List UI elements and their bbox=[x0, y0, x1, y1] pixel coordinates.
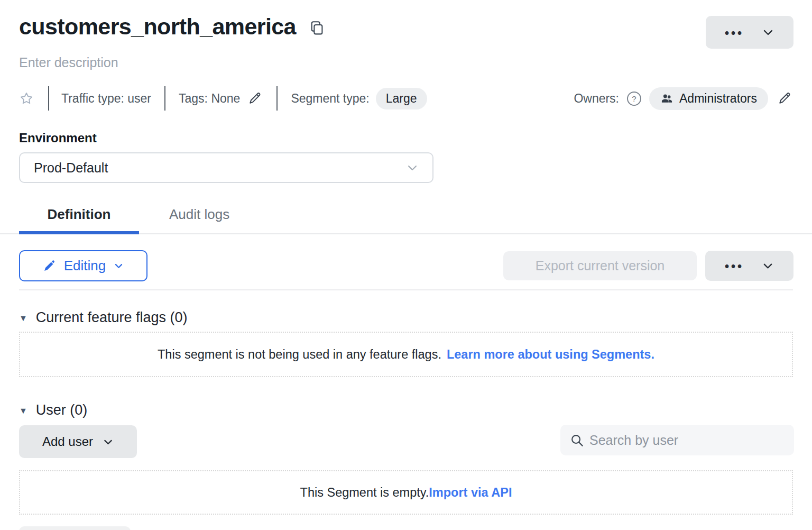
chevron-down-icon bbox=[103, 436, 114, 447]
environment-label: Environment bbox=[19, 131, 97, 145]
divider bbox=[276, 86, 278, 111]
favorite-button[interactable] bbox=[19, 91, 34, 106]
page-header: customers_north_america bbox=[19, 14, 325, 40]
export-version-button[interactable]: Export current version bbox=[503, 251, 697, 280]
add-user-button[interactable]: Add user bbox=[19, 425, 137, 458]
segment-detail-page: customers_north_america Enter descriptio… bbox=[0, 0, 812, 530]
editing-label: Editing bbox=[64, 258, 106, 274]
cutoff-bottom-button[interactable] bbox=[19, 526, 131, 530]
tab-audit-logs[interactable]: Audit logs bbox=[169, 206, 229, 223]
user-empty-state: This Segment is empty. Import via API bbox=[19, 470, 793, 515]
tags-label: Tags: None bbox=[179, 92, 240, 106]
description-placeholder[interactable]: Enter description bbox=[19, 55, 118, 70]
traffic-type-label: Traffic type: user bbox=[61, 92, 151, 106]
user-heading: User (0) bbox=[36, 402, 88, 418]
copy-icon bbox=[309, 21, 324, 36]
tab-definition[interactable]: Definition bbox=[19, 206, 139, 223]
environment-value: Prod-Default bbox=[34, 160, 406, 176]
import-via-api-link[interactable]: Import via API bbox=[429, 486, 512, 500]
owners-badge[interactable]: Administrators bbox=[649, 87, 768, 110]
page-title: customers_north_america bbox=[19, 14, 296, 40]
pencil-icon bbox=[247, 91, 262, 106]
owners-value: Administrators bbox=[679, 92, 757, 106]
edit-owners-button[interactable] bbox=[776, 90, 793, 107]
toolbar-more-button[interactable]: ••• bbox=[705, 251, 793, 281]
ellipsis-icon: ••• bbox=[725, 259, 744, 273]
feature-flags-empty-state: This segment is not being used in any fe… bbox=[19, 332, 793, 377]
chevron-down-icon bbox=[114, 261, 124, 271]
pencil-icon bbox=[777, 91, 792, 106]
chevron-down-icon bbox=[406, 161, 419, 174]
search-by-user-input[interactable] bbox=[589, 433, 785, 448]
user-section-header[interactable]: ▼ User (0) bbox=[19, 402, 87, 418]
collapse-caret-icon: ▼ bbox=[19, 313, 27, 323]
editing-mode-button[interactable]: Editing bbox=[19, 250, 147, 281]
star-icon bbox=[19, 91, 34, 106]
divider bbox=[164, 86, 165, 111]
feature-flags-section-header[interactable]: ▼ Current feature flags (0) bbox=[19, 309, 187, 326]
pencil-icon bbox=[43, 259, 56, 272]
environment-select[interactable]: Prod-Default bbox=[19, 152, 433, 183]
add-user-label: Add user bbox=[42, 434, 93, 449]
collapse-caret-icon: ▼ bbox=[19, 405, 27, 415]
feature-flags-empty-text: This segment is not being used in any fe… bbox=[158, 348, 441, 362]
search-icon bbox=[570, 433, 584, 447]
learn-more-link[interactable]: Learn more about using Segments. bbox=[447, 348, 654, 362]
segment-empty-text: This Segment is empty. bbox=[300, 486, 429, 500]
chevron-down-icon bbox=[762, 26, 774, 39]
meta-bar: Traffic type: user Tags: None Segment ty… bbox=[19, 86, 793, 111]
header-more-button[interactable]: ••• bbox=[706, 16, 793, 49]
owners-group: Owners: ? Administrators bbox=[574, 87, 793, 110]
feature-flags-heading: Current feature flags (0) bbox=[36, 309, 188, 326]
chevron-down-icon bbox=[762, 260, 774, 272]
ellipsis-icon: ••• bbox=[725, 25, 744, 40]
people-icon bbox=[660, 92, 673, 105]
owners-label: Owners: bbox=[574, 92, 619, 106]
copy-name-button[interactable] bbox=[309, 20, 325, 37]
user-search bbox=[560, 425, 794, 455]
segment-type-label: Segment type: bbox=[291, 92, 369, 106]
segment-type-badge: Large bbox=[376, 88, 427, 109]
divider bbox=[48, 86, 49, 111]
active-tab-indicator bbox=[19, 231, 139, 234]
edit-tags-button[interactable] bbox=[246, 90, 263, 107]
help-icon[interactable]: ? bbox=[627, 92, 641, 106]
section-divider bbox=[19, 289, 793, 290]
